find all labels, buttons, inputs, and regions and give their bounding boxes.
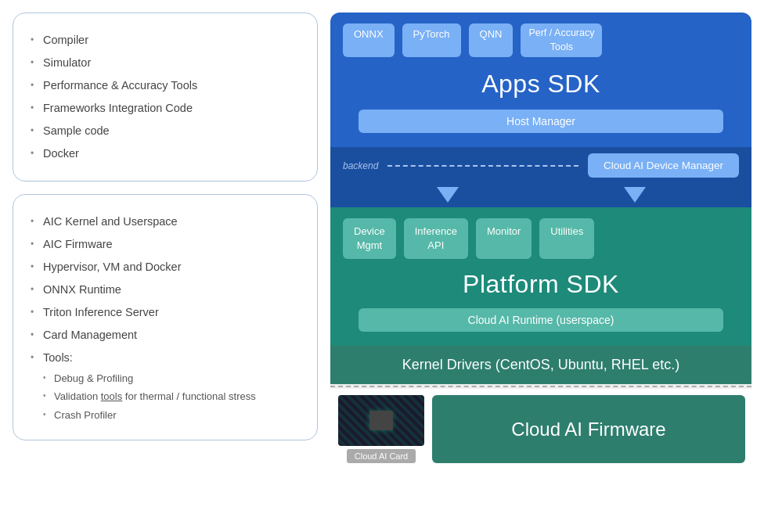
- backend-row: backend Cloud AI Device Manager: [330, 147, 751, 184]
- list-item: Sample code: [31, 120, 300, 142]
- list-item-sub: Crash Profiler: [31, 406, 300, 424]
- list-item: Docker: [31, 142, 300, 165]
- platform-sdk-list: AIC Kernel and Userspace AIC Firmware Hy…: [31, 210, 300, 424]
- platform-sdk-card: AIC Kernel and Userspace AIC Firmware Hy…: [13, 194, 318, 440]
- list-item: Compiler: [31, 29, 300, 52]
- pcb-image: [338, 395, 424, 446]
- list-item: AIC Kernel and Userspace: [31, 210, 300, 233]
- perf-accuracy-chip: Perf / AccuracyTools: [521, 23, 602, 57]
- list-item: AIC Firmware: [31, 233, 300, 256]
- pytorch-chip: PyTorch: [402, 23, 461, 57]
- inference-api-chip: InferenceAPI: [404, 218, 468, 259]
- list-item: Triton Inference Server: [31, 301, 300, 324]
- apps-sdk-list: Compiler Simulator Performance & Accurac…: [31, 29, 300, 165]
- arrows-row: [330, 184, 751, 207]
- kernel-drivers-block: Kernel Drivers (CentOS, Ubuntu, RHEL etc…: [330, 346, 751, 384]
- list-item: Card Management: [31, 324, 300, 347]
- backend-separator-line: [387, 165, 578, 167]
- list-item: ONNX Runtime: [31, 279, 300, 301]
- host-manager-bar: Host Manager: [359, 110, 723, 133]
- left-column: Compiler Simulator Performance & Accurac…: [13, 13, 318, 519]
- list-item: Simulator: [31, 52, 300, 74]
- platform-sdk-chips-row: DeviceMgmt InferenceAPI Monitor Utilitie…: [343, 218, 739, 259]
- firmware-row: Cloud AI Card Cloud AI Firmware: [330, 389, 751, 469]
- cloud-ai-runtime-bar: Cloud AI Runtime (userspace): [359, 308, 723, 332]
- apps-sdk-block: ONNX PyTorch QNN Perf / AccuracyTools Ap…: [330, 13, 751, 147]
- qnn-chip: QNN: [469, 23, 514, 57]
- platform-sdk-block: DeviceMgmt InferenceAPI Monitor Utilitie…: [330, 207, 751, 346]
- cloud-ai-firmware-block: Cloud AI Firmware: [432, 395, 745, 463]
- list-item: Performance & Accuracy Tools: [31, 74, 300, 97]
- list-item-sub: Debug & Profiling: [31, 369, 300, 387]
- platform-sdk-title: Platform SDK: [343, 270, 739, 299]
- list-item-sub: Validation tools for thermal / functiona…: [31, 387, 300, 405]
- apps-sdk-title: Apps SDK: [343, 70, 739, 99]
- device-mgmt-chip: DeviceMgmt: [343, 218, 396, 259]
- cloud-ai-card-label: Cloud AI Card: [347, 449, 416, 463]
- utilities-chip: Utilities: [539, 218, 594, 259]
- arrow-down-left: [437, 187, 459, 203]
- monitor-chip: Monitor: [476, 218, 532, 259]
- onnx-chip: ONNX: [343, 23, 395, 57]
- cloud-ai-device-manager: Cloud AI Device Manager: [588, 153, 739, 178]
- apps-sdk-card: Compiler Simulator Performance & Accurac…: [13, 13, 318, 182]
- list-item: Frameworks Integration Code: [31, 97, 300, 120]
- arrow-down-right: [624, 187, 646, 203]
- cloud-ai-card-block: Cloud AI Card: [330, 389, 432, 469]
- list-item: Hypervisor, VM and Docker: [31, 256, 300, 279]
- list-item: Tools:: [31, 347, 300, 369]
- pcb-chip: [369, 411, 393, 430]
- dashed-line: [330, 386, 751, 387]
- right-column: ONNX PyTorch QNN Perf / AccuracyTools Ap…: [330, 13, 751, 519]
- apps-sdk-chips-row: ONNX PyTorch QNN Perf / AccuracyTools: [343, 23, 739, 57]
- backend-label: backend: [343, 160, 378, 171]
